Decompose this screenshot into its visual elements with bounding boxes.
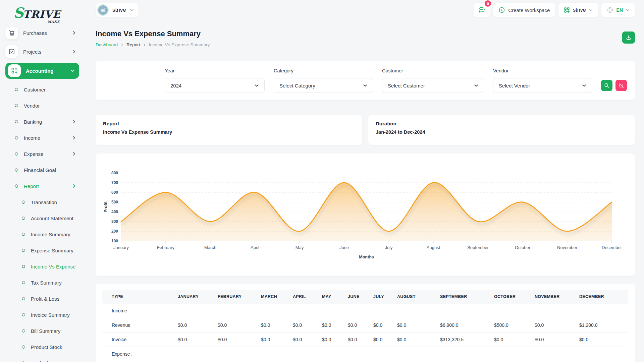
bullet-icon (14, 120, 19, 124)
duration-value: Jan-2024 to Dec-2024 (376, 129, 628, 135)
sidebar-item-transaction[interactable]: Transaction (5, 194, 79, 210)
sidebar-item-expense-summary[interactable]: Expense Summary (5, 242, 79, 258)
table-cell: $313,320.5 (435, 333, 489, 347)
table-column-header: TYPE (102, 290, 172, 304)
chat-icon (478, 6, 485, 14)
workspace-avatar (97, 4, 109, 16)
sidebar-item-projects[interactable]: Projects (5, 44, 79, 59)
customer-select[interactable]: Select Customer (382, 78, 484, 93)
bullet-icon (21, 361, 26, 362)
sidebar-item-expense[interactable]: Expense (5, 146, 79, 162)
breadcrumb-dashboard-link[interactable]: Dashboard (96, 42, 118, 47)
chevron-right-icon (143, 43, 146, 47)
topbar: strive 0 Create Workspace strive (96, 3, 635, 17)
clear-filter-icon (619, 83, 624, 88)
reset-filter-button[interactable] (615, 80, 627, 91)
grid-plus-icon (564, 7, 570, 13)
chevron-right-icon (121, 43, 123, 47)
create-workspace-button[interactable]: Create Workspace (493, 3, 555, 17)
sidebar-item-purchases[interactable]: Purchases (5, 25, 79, 41)
sidebar-item-financial-goal[interactable]: Financial Goal (5, 162, 79, 178)
svg-text:800: 800 (111, 171, 118, 175)
vendor-field: Vendor Select Vendor (493, 68, 592, 93)
chevron-down-icon (255, 84, 259, 87)
bullet-icon (21, 281, 26, 285)
sidebar-item-report[interactable]: Report (5, 178, 79, 194)
category-field: Category Select Category (274, 68, 373, 93)
table-cell: $0.0 (212, 333, 256, 347)
messages-button[interactable]: 0 (474, 3, 490, 17)
breadcrumb-report-link[interactable]: Report (126, 42, 140, 47)
svg-text:March: March (204, 245, 216, 250)
table-section-title: Income : (102, 304, 628, 318)
sidebar-item-income-vs-expense[interactable]: Income Vs Expense (5, 258, 79, 275)
year-select[interactable]: 2024 (165, 78, 265, 93)
category-select[interactable]: Select Category (274, 78, 373, 93)
profit-area-chart: 100200300400500600700800JanuaryFebruaryM… (102, 160, 628, 264)
sidebar-item-label: Projects (23, 49, 67, 55)
customer-select-value: Select Customer (388, 83, 425, 88)
sidebar-item-income-summary[interactable]: Income Summary (5, 226, 79, 242)
sidebar-nav: Purchases Projects Accounting (5, 25, 79, 362)
app-root: STRIVE MAKE Purchases Projects (0, 0, 644, 362)
download-icon (626, 35, 632, 41)
table-column-header: FEBRUARY (212, 290, 256, 304)
sidebar-item-accounting[interactable]: Accounting (5, 63, 79, 79)
table-cell: Revenue (102, 318, 172, 333)
table-column-header: JANUARY (172, 290, 212, 304)
workspace-switcher[interactable]: strive (558, 3, 598, 17)
table-row: Invoice$0.0$0.0$0.0$0.0$0.0$0.0$0.0$0.0$… (102, 333, 628, 347)
table-cell: Invoice (102, 333, 172, 347)
brand-logo-letter: S (13, 5, 23, 21)
chevron-down-icon (589, 9, 593, 11)
plus-circle-icon (498, 7, 505, 13)
filter-actions (601, 80, 627, 91)
bullet-icon (21, 248, 26, 253)
brand-logo-subtext: MAKE (48, 20, 60, 23)
table-cell: $0.0 (368, 333, 392, 347)
svg-text:November: November (557, 245, 578, 250)
table-cell: $0.0 (172, 318, 212, 333)
svg-text:January: January (113, 245, 129, 250)
sidebar-item-profit-loss[interactable]: Profit & Loss (5, 291, 79, 307)
table-cell: $6,900.0 (435, 318, 489, 333)
sidebar-item-product-stock[interactable]: Product Stock (5, 339, 79, 355)
workspace-dropdown[interactable]: strive (96, 3, 139, 17)
table-cell: $0.0 (368, 318, 392, 333)
sidebar-item-income[interactable]: Income (5, 130, 79, 146)
sidebar-item-bill-summary[interactable]: Bill Summary (5, 323, 79, 339)
customer-field: Customer Select Customer (382, 68, 484, 93)
sidebar-item-cash-flow[interactable]: Cash Flow (5, 355, 79, 362)
sidebar-item-invoice-summary[interactable]: Invoice Summary (5, 307, 79, 323)
vendor-select-value: Select Vendor (499, 83, 530, 88)
chevron-right-icon (72, 120, 76, 124)
category-label: Category (274, 68, 373, 73)
bullet-icon (21, 297, 26, 301)
bullet-icon (21, 329, 26, 333)
chevron-down-icon (582, 84, 586, 87)
table-column-header: OCTOBER (489, 290, 529, 304)
svg-text:100: 100 (111, 239, 118, 243)
table-column-header: APRIL (287, 290, 317, 304)
language-label: EN (616, 7, 623, 13)
svg-text:300: 300 (111, 219, 118, 224)
bullet-icon (21, 232, 26, 237)
sidebar-item-account-statement[interactable]: Account Statement (5, 210, 79, 226)
download-report-button[interactable] (622, 32, 635, 44)
table-cell: $1,200.0 (574, 318, 628, 333)
brand-logo[interactable]: STRIVE MAKE (5, 5, 79, 23)
workspace-name: strive (112, 7, 126, 13)
profit-chart-card: 100200300400500600700800JanuaryFebruaryM… (96, 154, 635, 276)
table-column-header: SEPTEMBER (435, 290, 489, 304)
bullet-icon (14, 184, 19, 188)
active-workspace-label: strive (573, 7, 586, 13)
sidebar-item-banking[interactable]: Banking (5, 114, 79, 130)
vendor-select[interactable]: Select Vendor (493, 78, 592, 93)
duration-summary-card: Duration : Jan-2024 to Dec-2024 (368, 115, 635, 145)
sidebar-item-vendor[interactable]: Vendor (5, 98, 79, 114)
language-selector[interactable]: EN (601, 3, 635, 17)
sidebar-item-tax-summary[interactable]: Tax Summary (5, 275, 79, 291)
table-section-title: Expense : (102, 347, 628, 361)
sidebar-item-customer[interactable]: Customer (5, 81, 79, 98)
apply-filter-button[interactable] (601, 80, 612, 91)
